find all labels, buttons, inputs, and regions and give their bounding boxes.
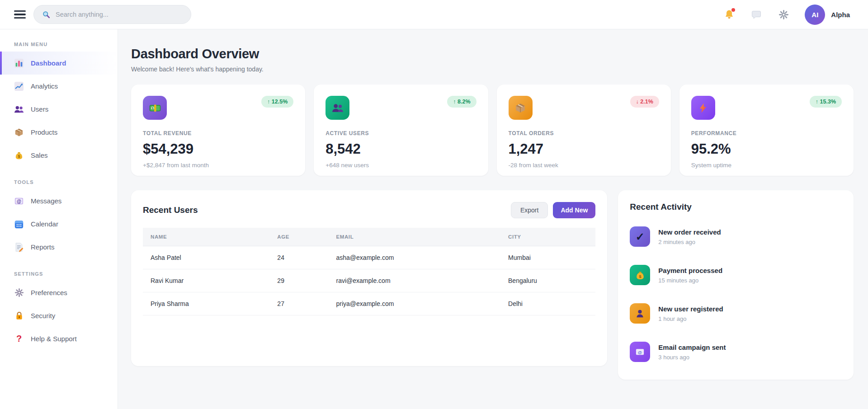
sidebar-item-users[interactable]: Users	[0, 98, 118, 121]
sidebar-item-products[interactable]: Products	[0, 121, 118, 144]
sidebar-item-sales[interactable]: $ Sales	[0, 144, 118, 167]
activity-time: 2 minutes ago	[658, 239, 721, 245]
stat-label: PERFORMANCE	[691, 130, 842, 136]
cell-city: Mumbai	[500, 246, 595, 269]
stat-value: 1,247	[509, 141, 659, 157]
column-header-name: NAME	[143, 228, 269, 246]
page-subtitle: Welcome back! Here's what's happening to…	[131, 66, 854, 73]
user-menu[interactable]: AI Alpha	[805, 5, 850, 25]
column-header-age: AGE	[269, 228, 328, 246]
sidebar-item-label: Dashboard	[31, 59, 66, 67]
sidebar-section-label: MAIN MENU	[0, 42, 118, 47]
sidebar-item-label: Products	[31, 128, 57, 136]
sidebar-item-messages[interactable]: @ Messages	[0, 189, 118, 212]
activity-item[interactable]: @ Email campaign sent 3 hours ago	[630, 342, 842, 362]
activity-item[interactable]: New user registered 1 hour ago	[630, 303, 842, 324]
envelope-at-icon: @	[630, 342, 650, 362]
table-row[interactable]: Ravi Kumar 29 ravi@example.com Bengaluru	[143, 269, 595, 292]
chat-bubble-icon[interactable]	[750, 9, 762, 20]
svg-text:@: @	[17, 198, 21, 203]
topbar: AI Alpha	[0, 0, 868, 29]
activity-item[interactable]: ✓ New order received 2 minutes ago	[630, 226, 842, 247]
stats-row: $ ↑ 12.5% TOTAL REVENUE $54,239 +$2,847 …	[131, 85, 854, 176]
cell-city: Delhi	[500, 292, 595, 315]
activity-time: 15 minutes ago	[658, 277, 722, 284]
cell-email: priya@example.com	[329, 292, 501, 315]
sidebar-item-label: Security	[31, 312, 55, 320]
user-name: Alpha	[831, 11, 850, 19]
package-icon	[509, 96, 533, 120]
cell-email: ravi@example.com	[329, 269, 501, 292]
sidebar-item-reports[interactable]: Reports	[0, 235, 118, 259]
svg-text:@: @	[638, 350, 642, 355]
sidebar-item-security[interactable]: Security	[0, 304, 118, 327]
stat-value: $54,239	[143, 141, 293, 157]
trend-badge: ↓ 2.1%	[630, 96, 659, 108]
stat-card-active-users: ↑ 8.2% ACTIVE USERS 8,542 +648 new users	[314, 85, 488, 176]
main-content: Dashboard Overview Welcome back! Here's …	[118, 0, 868, 380]
sidebar-item-label: Analytics	[31, 82, 58, 90]
line-chart-icon	[14, 81, 24, 91]
recent-users-panel: Recent Users Export Add New NAME AGE EMA…	[131, 190, 607, 366]
sidebar-section-label: SETTINGS	[0, 271, 118, 277]
gear-icon[interactable]	[778, 9, 789, 20]
stat-label: TOTAL ORDERS	[509, 130, 659, 136]
page-title: Dashboard Overview	[131, 47, 854, 61]
stat-value: 8,542	[326, 141, 476, 157]
bar-chart-icon	[14, 58, 24, 68]
check-icon: ✓	[630, 226, 650, 247]
cell-email: asha@example.com	[329, 246, 501, 269]
package-icon	[14, 127, 24, 137]
stat-subtext: System uptime	[691, 162, 842, 169]
cell-name: Priya Sharma	[143, 292, 269, 315]
activity-time: 3 hours ago	[658, 354, 726, 361]
stat-card-total-orders: ↓ 2.1% TOTAL ORDERS 1,247 -28 from last …	[497, 85, 671, 176]
users-icon	[14, 104, 24, 114]
cell-name: Asha Patel	[143, 246, 269, 269]
sidebar-item-label: Messages	[31, 197, 61, 205]
users-table: NAME AGE EMAIL CITY Asha Patel 24 asha@e…	[143, 228, 595, 315]
svg-text:$: $	[639, 274, 641, 278]
svg-text:$: $	[18, 155, 20, 159]
memo-pencil-icon	[14, 242, 24, 252]
sidebar-item-label: Help & Support	[31, 335, 77, 343]
recent-activity-title: Recent Activity	[630, 202, 842, 212]
sidebar-item-preferences[interactable]: Preferences	[0, 281, 118, 304]
bottom-row: Recent Users Export Add New NAME AGE EMA…	[131, 190, 854, 380]
column-header-city: CITY	[500, 228, 595, 246]
money-bag-icon: $	[14, 150, 24, 160]
stat-label: TOTAL REVENUE	[143, 130, 293, 136]
sidebar-item-dashboard[interactable]: Dashboard	[0, 52, 118, 75]
activity-item[interactable]: $ Payment processed 15 minutes ago	[630, 265, 842, 285]
recent-users-title: Recent Users	[143, 205, 198, 215]
email-at-icon: @	[14, 196, 24, 206]
calendar-icon	[14, 219, 24, 229]
lock-icon	[14, 311, 24, 321]
add-new-button[interactable]: Add New	[553, 202, 595, 218]
trend-badge: ↑ 12.5%	[261, 96, 293, 108]
sidebar-item-help[interactable]: ? Help & Support	[0, 327, 118, 350]
hamburger-icon[interactable]	[14, 10, 26, 19]
sidebar-item-calendar[interactable]: Calendar	[0, 212, 118, 235]
avatar[interactable]: AI	[805, 5, 825, 25]
banknote-icon: $	[143, 96, 167, 120]
stat-card-performance: ↑ 15.3% PERFORMANCE 95.2% System uptime	[679, 85, 854, 176]
search-icon	[41, 9, 51, 19]
person-icon	[630, 303, 650, 324]
activity-title: New order received	[658, 228, 721, 236]
table-row[interactable]: Priya Sharma 27 priya@example.com Delhi	[143, 292, 595, 315]
gear-icon	[14, 288, 24, 298]
stat-subtext: -28 from last week	[509, 162, 659, 169]
stat-card-total-revenue: $ ↑ 12.5% TOTAL REVENUE $54,239 +$2,847 …	[131, 85, 305, 176]
sidebar-item-analytics[interactable]: Analytics	[0, 75, 118, 98]
activity-title: Email campaign sent	[658, 343, 726, 351]
search-bar[interactable]	[33, 5, 191, 24]
cell-age: 24	[269, 246, 328, 269]
export-button[interactable]: Export	[511, 202, 548, 218]
search-input[interactable]	[56, 11, 184, 18]
money-bag-icon: $	[630, 265, 650, 285]
table-row[interactable]: Asha Patel 24 asha@example.com Mumbai	[143, 246, 595, 269]
recent-activity-panel: Recent Activity ✓ New order received 2 m…	[618, 190, 854, 380]
stat-subtext: +$2,847 from last month	[143, 162, 293, 169]
bell-icon[interactable]	[723, 9, 735, 20]
